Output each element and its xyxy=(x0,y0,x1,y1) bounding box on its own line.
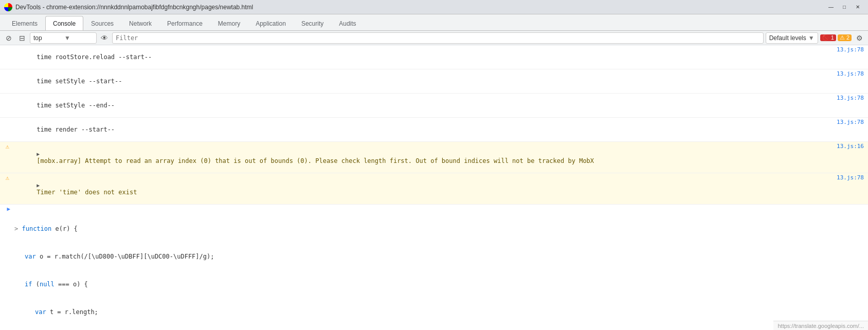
context-selector[interactable]: top ▼ xyxy=(30,32,97,44)
row-gutter: ▶ xyxy=(0,205,12,212)
tab-application[interactable]: Application xyxy=(248,16,294,30)
tab-network[interactable]: Network xyxy=(121,16,159,30)
row-location[interactable]: 13.js:78 xyxy=(833,94,868,102)
tab-elements[interactable]: Elements xyxy=(4,16,45,30)
tab-audits[interactable]: Audits xyxy=(331,16,364,30)
expand-arrow[interactable]: ▶ xyxy=(37,182,43,188)
favicon-icon xyxy=(4,3,12,11)
status-text: https://translate.googleapis.com/... xyxy=(777,323,864,329)
warn-row: ⚠ ▶ Timer 'time' does not exist 13.js:78 xyxy=(0,173,868,205)
toolbar: ⊘ ⊟ top ▼ 👁 Default levels ▼ 🚫 1 ⚠ 2 ⚙ xyxy=(0,31,868,45)
clear-console-button[interactable]: ⊘ xyxy=(3,32,14,44)
expand-arrow[interactable]: ▶ xyxy=(37,151,43,157)
row-gutter xyxy=(0,94,12,95)
log-row: time rootStore.reload --start-- 13.js:78 xyxy=(0,45,868,69)
row-gutter: ⚠ xyxy=(0,142,12,150)
row-location[interactable]: 13.js:78 xyxy=(833,69,868,78)
row-content: time render --start-- xyxy=(12,118,833,141)
log-row: time render --start-- 13.js:78 xyxy=(0,118,868,142)
row-gutter xyxy=(0,45,12,46)
window-controls: — □ ✕ xyxy=(825,3,864,12)
eye-button[interactable]: 👁 xyxy=(99,32,110,44)
badge-area: 🚫 1 ⚠ 2 xyxy=(820,34,852,41)
tab-console[interactable]: Console xyxy=(45,16,83,30)
warn-icon: ⚠ xyxy=(6,174,9,181)
row-gutter xyxy=(0,69,12,70)
tab-sources[interactable]: Sources xyxy=(83,16,121,30)
row-location[interactable]: 13.js:16 xyxy=(833,142,868,151)
window-title: DevTools - chrome-extension://nnnkddnnlp… xyxy=(15,4,825,11)
close-button[interactable]: ✕ xyxy=(852,3,864,12)
titlebar: DevTools - chrome-extension://nnnkddnnlp… xyxy=(0,0,868,14)
warn-icon: ⚠ xyxy=(6,143,9,150)
row-gutter xyxy=(0,118,12,119)
row-content: ▶ Timer 'time' does not exist xyxy=(12,173,833,204)
filter-input[interactable] xyxy=(112,32,764,44)
tab-performance[interactable]: Performance xyxy=(159,16,210,30)
warn-badge: ⚠ 2 xyxy=(838,34,852,41)
tab-memory[interactable]: Memory xyxy=(210,16,248,30)
log-level-selector[interactable]: Default levels ▼ xyxy=(766,32,818,44)
toggle-filter-button[interactable]: ⊟ xyxy=(16,32,28,44)
status-bar: https://translate.googleapis.com/... xyxy=(773,321,868,330)
tab-bar: Elements Console Sources Network Perform… xyxy=(0,14,868,31)
context-dropdown-icon: ▼ xyxy=(64,34,93,42)
row-location[interactable]: 13.js:78 xyxy=(833,45,868,54)
code-block-row: ▶ > function e(r) { var o = r.match(/[\u… xyxy=(0,205,868,330)
error-badge: 🚫 1 xyxy=(820,34,836,41)
maximize-button[interactable]: □ xyxy=(838,3,851,12)
log-level-dropdown-icon: ▼ xyxy=(808,34,815,42)
log-row: time setStyle --start-- 13.js:78 xyxy=(0,69,868,94)
expand-code-arrow[interactable]: ▶ xyxy=(7,206,10,212)
row-location[interactable]: 13.js:78 xyxy=(833,173,868,182)
minimize-button[interactable]: — xyxy=(825,3,837,12)
log-row: time setStyle --end-- 13.js:78 xyxy=(0,94,868,118)
row-content: time rootStore.reload --start-- xyxy=(12,45,833,69)
row-content: ▶ [mobx.array] Attempt to read an array … xyxy=(12,142,833,173)
code-content: > function e(r) { var o = r.match(/[\uD8… xyxy=(12,205,868,330)
warn-row: ⚠ ▶ [mobx.array] Attempt to read an arra… xyxy=(0,142,868,173)
row-content: time setStyle --end-- xyxy=(12,94,833,117)
row-location[interactable]: 13.js:78 xyxy=(833,118,868,126)
settings-button[interactable]: ⚙ xyxy=(854,32,865,44)
row-content: time setStyle --start-- xyxy=(12,69,833,93)
console-output: time rootStore.reload --start-- 13.js:78… xyxy=(0,45,868,330)
row-gutter: ⚠ xyxy=(0,173,12,181)
tab-security[interactable]: Security xyxy=(294,16,331,30)
